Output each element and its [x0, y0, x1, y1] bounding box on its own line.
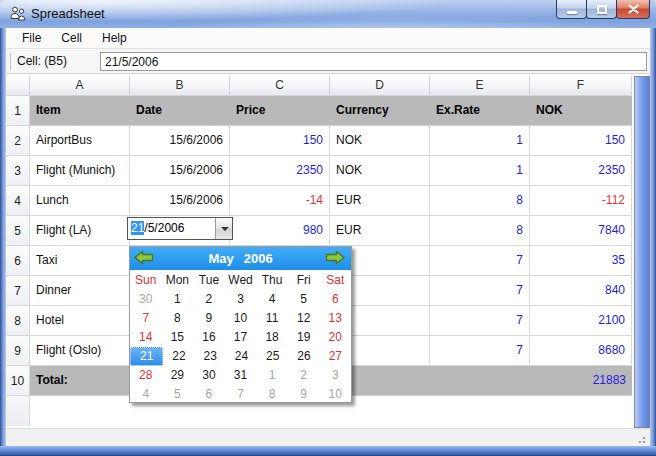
maximize-button[interactable]	[586, 0, 617, 19]
cell-F3[interactable]: 2350	[530, 156, 632, 186]
calendar-day-9[interactable]: 9	[193, 309, 225, 328]
close-button[interactable]	[616, 0, 650, 19]
cell-E2[interactable]: 1	[430, 126, 530, 156]
calendar-day-26[interactable]: 26	[288, 347, 319, 366]
calendar-day-4[interactable]: 4	[256, 290, 288, 309]
calendar-day-30[interactable]: 30	[193, 366, 225, 385]
calendar-day-11[interactable]: 11	[256, 309, 288, 328]
column-header-A[interactable]: A	[30, 76, 130, 96]
cell-E1[interactable]: Ex.Rate	[430, 96, 530, 126]
cell-A5[interactable]: Flight (LA)	[30, 216, 130, 246]
row-header-10[interactable]: 10	[6, 366, 30, 396]
calendar-day-16[interactable]: 16	[193, 328, 225, 347]
calendar-day-13[interactable]: 13	[319, 309, 351, 328]
calendar-day-6[interactable]: 6	[319, 290, 351, 309]
cell-F2[interactable]: 150	[530, 126, 632, 156]
row-header-6[interactable]: 6	[6, 246, 30, 276]
cell-D5[interactable]: EUR	[330, 216, 430, 246]
calendar-day-14[interactable]: 14	[130, 328, 162, 347]
column-header-F[interactable]: F	[530, 76, 632, 96]
calendar-day-5[interactable]: 5	[162, 385, 194, 404]
calendar-day-20[interactable]: 20	[319, 328, 351, 347]
cell-A9[interactable]: Flight (Oslo)	[30, 336, 130, 366]
calendar-day-3[interactable]: 3	[319, 366, 351, 385]
resize-grip[interactable]	[633, 431, 645, 443]
cell-C3[interactable]: 2350	[230, 156, 330, 186]
calendar-day-10[interactable]: 10	[225, 309, 257, 328]
cell-F10[interactable]: 21883	[530, 366, 632, 396]
cell-C4[interactable]: -14	[230, 186, 330, 216]
calendar-day-7[interactable]: 7	[225, 385, 257, 404]
cell-A3[interactable]: Flight (Munich)	[30, 156, 130, 186]
calendar-day-30[interactable]: 30	[130, 290, 162, 309]
cell-E5[interactable]: 8	[430, 216, 530, 246]
calendar-day-12[interactable]: 12	[288, 309, 320, 328]
cell-D2[interactable]: NOK	[330, 126, 430, 156]
calendar-day-24[interactable]: 24	[226, 347, 257, 366]
cell-C2[interactable]: 150	[230, 126, 330, 156]
cell-E10[interactable]	[430, 366, 530, 396]
cell-D3[interactable]: NOK	[330, 156, 430, 186]
calendar-day-17[interactable]: 17	[225, 328, 257, 347]
cell-B1[interactable]: Date	[130, 96, 230, 126]
date-cell-editor[interactable]: 21/5/2006	[127, 217, 233, 240]
cell-A1[interactable]: Item	[30, 96, 130, 126]
calendar-day-8[interactable]: 8	[162, 309, 194, 328]
titlebar[interactable]: Spreadsheet	[0, 0, 656, 28]
menu-cell[interactable]: Cell	[51, 29, 92, 47]
row-header-2[interactable]: 2	[6, 126, 30, 156]
cell-B2[interactable]: 15/6/2006	[130, 126, 230, 156]
cell-D1[interactable]: Currency	[330, 96, 430, 126]
date-dropdown-button[interactable]	[215, 218, 232, 239]
vertical-scrollbar[interactable]	[634, 76, 650, 428]
row-header-8[interactable]: 8	[6, 306, 30, 336]
row-header-5[interactable]: 5	[6, 216, 30, 246]
cell-C1[interactable]: Price	[230, 96, 330, 126]
cell-E7[interactable]: 7	[430, 276, 530, 306]
cell-B4[interactable]: 15/6/2006	[130, 186, 230, 216]
cell-A8[interactable]: Hotel	[30, 306, 130, 336]
calendar-day-2[interactable]: 2	[193, 290, 225, 309]
calendar-day-5[interactable]: 5	[288, 290, 320, 309]
cell-C5[interactable]: 980	[230, 216, 330, 246]
toolbar-handle[interactable]	[10, 53, 13, 70]
row-header-4[interactable]: 4	[6, 186, 30, 216]
next-month-button[interactable]	[325, 250, 347, 266]
cell-F8[interactable]: 2100	[530, 306, 632, 336]
calendar-day-31[interactable]: 31	[225, 366, 257, 385]
calendar-day-8[interactable]: 8	[256, 385, 288, 404]
cell-E4[interactable]: 8	[430, 186, 530, 216]
calendar-day-2[interactable]: 2	[288, 366, 320, 385]
cell-F6[interactable]: 35	[530, 246, 632, 276]
cell-A4[interactable]: Lunch	[30, 186, 130, 216]
cell-E3[interactable]: 1	[430, 156, 530, 186]
calendar-day-6[interactable]: 6	[193, 385, 225, 404]
cell-F7[interactable]: 840	[530, 276, 632, 306]
calendar-day-7[interactable]: 7	[130, 309, 162, 328]
minimize-button[interactable]	[556, 0, 587, 19]
table-corner-cell[interactable]	[6, 76, 30, 96]
column-header-C[interactable]: C	[230, 76, 330, 96]
calendar-day-9[interactable]: 9	[288, 385, 320, 404]
previous-month-button[interactable]	[134, 250, 156, 266]
cell-A6[interactable]: Taxi	[30, 246, 130, 276]
cell-A10[interactable]: Total:	[30, 366, 130, 396]
cell-F5[interactable]: 7840	[530, 216, 632, 246]
calendar-day-25[interactable]: 25	[257, 347, 288, 366]
calendar-day-22[interactable]: 22	[163, 347, 194, 366]
calendar-day-18[interactable]: 18	[256, 328, 288, 347]
calendar-day-4[interactable]: 4	[130, 385, 162, 404]
calendar-day-27[interactable]: 27	[320, 347, 351, 366]
cell-E9[interactable]: 7	[430, 336, 530, 366]
column-header-D[interactable]: D	[330, 76, 430, 96]
column-header-E[interactable]: E	[430, 76, 530, 96]
calendar-day-15[interactable]: 15	[162, 328, 194, 347]
calendar-day-28[interactable]: 28	[130, 366, 162, 385]
column-header-B[interactable]: B	[130, 76, 230, 96]
cell-A7[interactable]: Dinner	[30, 276, 130, 306]
calendar-day-23[interactable]: 23	[195, 347, 226, 366]
calendar-day-19[interactable]: 19	[288, 328, 320, 347]
calendar-day-1[interactable]: 1	[256, 366, 288, 385]
cell-value-input[interactable]	[100, 52, 647, 71]
row-header-3[interactable]: 3	[6, 156, 30, 186]
